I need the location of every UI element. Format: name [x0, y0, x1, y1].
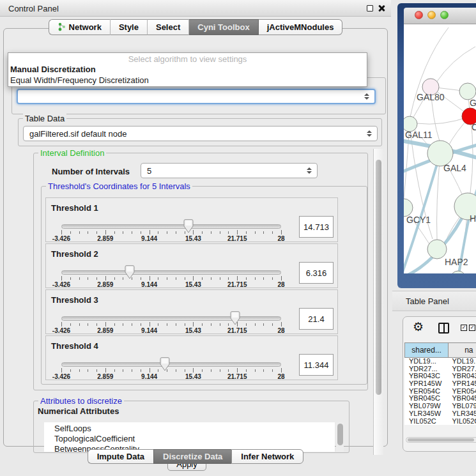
slider-tick [193, 368, 194, 372]
slider-tick [255, 323, 256, 326]
table-data-combo[interactable]: galFiltered.sif default node [23, 126, 378, 141]
slider-tick [96, 323, 97, 326]
slider-tick-label: 2.859 [97, 373, 113, 380]
table-row[interactable]: YDL19...YDL19... [404, 358, 476, 365]
slider-tick [220, 277, 220, 280]
tab-impute-data[interactable]: Impute Data [88, 449, 153, 464]
threshold-value-field[interactable]: 6.316 [299, 262, 334, 284]
slider-tick [88, 369, 88, 372]
slider-tick [61, 322, 62, 326]
slider-tick [88, 277, 88, 280]
table-row[interactable]: YLR345WYLR345W [404, 410, 476, 418]
attribute-list-item[interactable]: SelfLoops [54, 424, 335, 434]
column-header-name[interactable]: na [449, 342, 476, 358]
network-node[interactable] [427, 141, 453, 166]
slider-tick [176, 277, 176, 280]
tab-network[interactable]: Network [49, 19, 111, 35]
network-window-titlebar[interactable] [404, 8, 476, 24]
number-of-intervals-combo[interactable]: 5 [141, 163, 318, 178]
network-edge[interactable] [436, 47, 475, 83]
slider-tick [132, 231, 132, 234]
slider-tick [70, 369, 71, 372]
tab-style[interactable]: Style [111, 19, 148, 35]
slider-tick [79, 323, 80, 326]
slider-tick [114, 369, 115, 372]
network-node[interactable] [404, 199, 413, 217]
minimize-traffic-light-icon[interactable] [427, 11, 436, 19]
cell-name[interactable]: YLR345W [449, 410, 476, 418]
attributes-scrollbar[interactable] [336, 422, 344, 452]
checkbox-icon[interactable]: ✓ [461, 325, 467, 331]
slider-tick [88, 231, 88, 234]
slider-tick-label: 21.715 [227, 281, 247, 288]
table-data-title: Table Data [23, 114, 66, 123]
table-row[interactable]: YPR145WYPR145W [404, 380, 476, 388]
slider-tick-label: 9.144 [141, 281, 157, 288]
close-icon[interactable] [378, 4, 385, 12]
table-toolbar: ⚙ ✓ ✓ [403, 317, 476, 341]
tab-cyni-toolbox[interactable]: Cyni Toolbox [189, 19, 258, 35]
tab-infer-network[interactable]: Infer Network [231, 449, 303, 464]
network-node-label: GAL11 [405, 130, 433, 140]
slider-tick-label: 28 [277, 281, 284, 288]
close-traffic-light-icon[interactable] [415, 11, 423, 19]
menu-item-manual-discretization[interactable]: Manual Discretization [8, 64, 367, 75]
slider-handle[interactable] [160, 357, 170, 371]
cell-shared-name[interactable]: YPR145W [404, 380, 449, 388]
cell-shared-name[interactable]: YDL19... [404, 358, 449, 365]
slider-handle[interactable] [125, 265, 135, 279]
attribute-list-item[interactable]: TopologicalCoefficient [54, 434, 335, 444]
panel-vertical-scrollbar[interactable] [373, 149, 383, 455]
control-panel-titlebar: Control Panel [0, 0, 391, 17]
network-node[interactable] [450, 271, 466, 273]
slider-tick [150, 322, 150, 326]
slider-tick-label: -3.426 [52, 327, 70, 334]
threshold-value-field[interactable]: 14.713 [299, 216, 334, 238]
cell-shared-name[interactable]: YIL052C [404, 418, 449, 426]
slider-tick [167, 231, 167, 234]
network-edge[interactable] [410, 27, 449, 117]
cell-name[interactable]: YIL052C [449, 418, 476, 426]
network-canvas[interactable]: GAL80GACGAL11GAL4GCY1HHAP2 [404, 24, 476, 273]
slider-tick-label: 28 [277, 327, 284, 334]
network-node-label: H [470, 213, 476, 224]
network-view-window[interactable]: GAL80GACGAL11GAL4GCY1HHAP2 [397, 3, 476, 288]
network-node[interactable] [427, 240, 447, 259]
column-header-shared[interactable]: shared... [404, 342, 449, 358]
split-columns-icon[interactable] [438, 323, 449, 334]
tab-discretize-data[interactable]: Discretize Data [153, 449, 231, 464]
network-node-label: GAL4 [443, 163, 466, 173]
tab-select[interactable]: Select [148, 19, 189, 35]
slider-track[interactable] [61, 270, 281, 275]
slider-track[interactable] [61, 224, 281, 229]
slider-handle[interactable] [230, 311, 240, 325]
threshold-value-field[interactable]: 21.4 [299, 308, 334, 330]
cell-name[interactable]: YPR145W [449, 380, 476, 388]
tab-jactivemnodules[interactable]: jActiveMNodules [259, 19, 343, 35]
slider-tick [202, 323, 203, 326]
table-row[interactable]: YIL052CYIL052C [404, 418, 476, 426]
algorithm-combo[interactable] [17, 89, 376, 104]
numerical-attributes-list[interactable]: SelfLoopsTopologicalCoefficientBetweenne… [44, 422, 335, 452]
slider-tick [150, 230, 150, 234]
thresholds-group: Threshold's Coordinates for 5 Intervals … [41, 186, 367, 385]
slider-track[interactable] [61, 316, 281, 321]
slider-tick [150, 368, 150, 372]
cell-name[interactable]: YDL19... [449, 358, 476, 365]
slider-tick [246, 323, 247, 326]
slider-handle[interactable] [183, 219, 194, 233]
cell-shared-name[interactable]: YLR345W [404, 410, 449, 418]
slider-tick-label: 15.43 [185, 281, 201, 288]
slider-tick [220, 231, 220, 234]
checkbox-icon[interactable]: ✓ [469, 325, 475, 331]
slider-tick [272, 231, 273, 234]
scrollbar-thumb[interactable] [376, 160, 381, 395]
threshold-value-field[interactable]: 11.344 [299, 354, 334, 376]
menu-item-equal-width-frequency[interactable]: Equal Width/Frequency Discretization [8, 75, 367, 86]
slider-tick [281, 322, 282, 326]
table-horizontal-scrollbar[interactable] [406, 437, 476, 443]
float-icon[interactable] [367, 5, 373, 12]
zoom-traffic-light-icon[interactable] [440, 11, 449, 19]
slider-track[interactable] [61, 362, 281, 367]
gear-icon[interactable]: ⚙ [413, 319, 424, 334]
